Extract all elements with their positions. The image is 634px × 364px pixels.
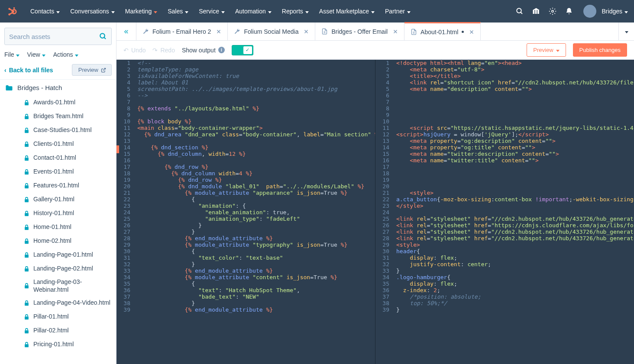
code-line[interactable]: 16	[116, 157, 375, 164]
code-line[interactable]: 10{% block body %}	[116, 118, 375, 125]
code-line[interactable]: 34.logo-hamburger{	[375, 274, 634, 280]
code-line[interactable]: 18	[375, 170, 634, 177]
file-item[interactable]: Contact-01.html	[0, 151, 116, 165]
code-line[interactable]: 11 <script src="https://static.hsappstat…	[375, 125, 634, 131]
code-line[interactable]: 12<script>hsjQuery = window['jQuery'];</…	[375, 131, 634, 138]
file-item[interactable]: Case-Studies-01.html	[0, 123, 116, 137]
code-line[interactable]: 18 {% dnd_column width=4 %}	[116, 170, 375, 177]
settings-icon[interactable]	[549, 7, 556, 15]
code-line[interactable]: 21 <style>	[375, 190, 634, 196]
menu-view[interactable]: View	[27, 51, 45, 58]
file-item[interactable]: Home-01.html	[0, 220, 116, 234]
code-line[interactable]: 29 {% module_attribute "typography" is_j…	[116, 242, 375, 248]
code-line[interactable]: 28 {% end_module_attribute %}	[116, 235, 375, 242]
nav-contacts[interactable]: Contacts	[26, 4, 64, 18]
file-item[interactable]: Events-01.html	[0, 165, 116, 179]
code-line[interactable]: 36 "text": "Hatch HubSpot Theme",	[116, 287, 375, 293]
code-line[interactable]: 26 }	[116, 222, 375, 229]
menu-actions[interactable]: Actions	[53, 51, 78, 58]
marketplace-icon[interactable]	[532, 7, 540, 15]
code-line[interactable]: 29<style>	[375, 242, 634, 248]
code-line[interactable]: 14 <meta property="og:title" content="">	[375, 144, 634, 151]
code-line[interactable]: 16 <meta name="twitter:title" content=""…	[375, 157, 634, 164]
code-line[interactable]: 12 {% dnd_area "dnd_area" class="body-co…	[116, 131, 375, 138]
code-line[interactable]: 13 <meta property="og:description" conte…	[375, 138, 634, 144]
code-line[interactable]: 7	[375, 99, 634, 105]
code-line[interactable]: 37 /*position: absolute;	[375, 293, 634, 300]
code-line[interactable]: 10	[375, 118, 634, 125]
code-line[interactable]: 1<!--	[116, 60, 375, 66]
code-line[interactable]: 5screenshotPath: ../../images/template-p…	[116, 86, 375, 92]
preview-dropdown[interactable]: Preview	[527, 43, 566, 57]
code-line[interactable]: 11<main class="body-container-wrapper">	[116, 125, 375, 131]
publish-button[interactable]: Publish changes	[573, 43, 627, 57]
code-line[interactable]: 7	[116, 99, 375, 105]
info-icon[interactable]: i	[218, 47, 225, 53]
show-output-toggle[interactable]: ✓	[232, 45, 253, 55]
nav-asset-marketplace[interactable]: Asset Marketplace	[315, 4, 379, 18]
code-line[interactable]: 31 display: flex;	[375, 254, 634, 261]
code-line[interactable]: 13	[116, 138, 375, 144]
collapse-sidebar-button[interactable]: «	[116, 23, 136, 40]
editor-pane-right[interactable]: 1<!doctype html><html lang="en"><head>2 …	[375, 60, 634, 364]
code-line[interactable]: 21 {% module_attribute "appearance" is_j…	[116, 190, 375, 196]
code-line[interactable]: 35 display: flex;	[375, 280, 634, 287]
tab[interactable]: About-01.html	[404, 22, 481, 40]
code-line[interactable]: 23 "animation": {	[116, 203, 375, 209]
file-item[interactable]: Features-01.html	[0, 179, 116, 193]
back-link[interactable]: ‹ Back to all files	[4, 67, 53, 74]
code-line[interactable]: 25<link rel="stylesheet" href="//cdn2.hu…	[375, 216, 634, 222]
code-line[interactable]: 32 justify-content: center;	[375, 261, 634, 267]
code-line[interactable]: 14 {% dnd_section %}	[116, 144, 375, 151]
code-line[interactable]: 38 top: 50%;*/	[375, 300, 634, 306]
close-icon[interactable]	[216, 29, 221, 34]
code-line[interactable]: 28<link rel="stylesheet" href="//cdn2.hu…	[375, 235, 634, 242]
code-line[interactable]: 2 <meta charset="utf-8">	[375, 66, 634, 73]
notifications-icon[interactable]	[565, 7, 573, 15]
tab-overflow-button[interactable]	[618, 23, 634, 40]
file-item[interactable]: Clients-01.html	[0, 137, 116, 151]
code-line[interactable]: 30header{	[375, 248, 634, 254]
code-line[interactable]: 4 <link rel="shortcut icon" href="//cdn2…	[375, 79, 634, 86]
code-line[interactable]: 22 {	[116, 196, 375, 203]
nav-conversations[interactable]: Conversations	[66, 4, 119, 18]
nav-marketing[interactable]: Marketing	[121, 4, 162, 18]
code-line[interactable]: 27 }	[116, 229, 375, 235]
code-line[interactable]: 25 "animation_type": "fadeLeft"	[116, 216, 375, 222]
file-item[interactable]: Landing-Page-01.html	[0, 248, 116, 262]
code-line[interactable]: 38 }	[116, 300, 375, 306]
undo-button[interactable]: ↶ Undo	[123, 47, 146, 54]
code-line[interactable]: 20	[375, 183, 634, 190]
code-line[interactable]: 4label: About 01	[116, 79, 375, 86]
code-line[interactable]: 15 <meta name="twitter:description" cont…	[375, 151, 634, 157]
code-line[interactable]: 30 {	[116, 248, 375, 254]
preview-button[interactable]: Preview	[72, 64, 112, 76]
code-line[interactable]: 5 <meta name="description" content="">	[375, 86, 634, 92]
folder-header[interactable]: Bridges - Hatch	[0, 79, 116, 96]
code-line[interactable]: 6	[375, 92, 634, 99]
code-line[interactable]: 31 "text_color": "text-base"	[116, 254, 375, 261]
nav-automation[interactable]: Automation	[231, 4, 276, 18]
code-line[interactable]: 23</style>	[375, 203, 634, 209]
tab[interactable]: Folium - Email Hero 2	[136, 23, 228, 40]
editor-pane-left[interactable]: 1<!--2templateType: page3isAvailableForN…	[116, 60, 375, 364]
code-line[interactable]: 27<link rel="stylesheet" href="//cdn2.hu…	[375, 229, 634, 235]
file-item[interactable]: Bridges Team.html	[0, 110, 116, 123]
close-icon[interactable]	[304, 29, 309, 34]
code-line[interactable]: 24 "enable_animation": true,	[116, 209, 375, 216]
code-line[interactable]: 39}	[375, 306, 634, 313]
code-line[interactable]: 20 {% dnd_module "label_01" path="../../…	[116, 183, 375, 190]
file-item[interactable]: Pricing-01.html	[0, 338, 116, 351]
file-item[interactable]: Pillar-01.html	[0, 310, 116, 324]
code-line[interactable]: 32 }	[116, 261, 375, 267]
code-line[interactable]: 35 {	[116, 280, 375, 287]
file-item[interactable]: Landing-Page-03-Webinar.html	[0, 276, 116, 296]
code-line[interactable]: 36 z-index: 2;	[375, 287, 634, 293]
nav-partner[interactable]: Partner	[381, 4, 415, 18]
close-icon[interactable]	[469, 29, 474, 35]
file-item[interactable]: Home-02.html	[0, 234, 116, 248]
file-item[interactable]: Gallery-01.html	[0, 193, 116, 206]
code-line[interactable]: 17 {% dnd_row %}	[116, 164, 375, 170]
code-line[interactable]: 3 <title></title>	[375, 73, 634, 79]
code-line[interactable]: 24	[375, 209, 634, 216]
